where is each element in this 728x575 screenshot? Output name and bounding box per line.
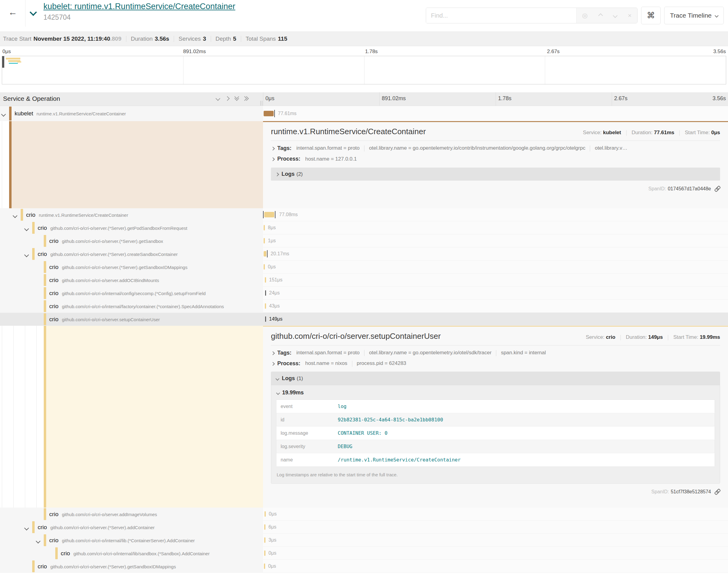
minimap-gridline	[545, 56, 545, 84]
span-duration-bar[interactable]	[265, 303, 266, 309]
service-name: crio	[49, 264, 59, 270]
tags-row[interactable]: Tags: internal.span.format = protootel.l…	[271, 350, 720, 356]
trace-title-link[interactable]: kubelet: runtime.v1.RuntimeService/Creat…	[43, 2, 235, 11]
span-duration-bar[interactable]	[264, 550, 265, 556]
span-color-strip	[44, 261, 46, 273]
span-row[interactable]: criogithub.com/cri-o/cri-o/internal/fact…	[0, 300, 728, 313]
find-next-icon[interactable]	[613, 13, 618, 18]
log-entry-timestamp[interactable]: 19.99ms	[276, 385, 715, 400]
trace-minimap[interactable]	[2, 56, 726, 84]
service-name: crio	[49, 277, 59, 283]
divider	[680, 130, 680, 136]
operation-name: github.com/cri-o/cri-o/internal/lib/sand…	[73, 551, 210, 556]
span-color-strip	[44, 508, 46, 520]
span-row[interactable]: criogithub.com/cri-o/cri-o/internal/conf…	[0, 286, 728, 300]
timeline-column-header: Service & Operation 0μs 891.02ms 1.78s 2…	[0, 92, 728, 106]
find-input[interactable]	[426, 8, 576, 23]
span-row[interactable]: criogithub.com/cri-o/cri-o/server.(*Serv…	[0, 521, 728, 534]
span-duration-bar[interactable]	[264, 212, 274, 217]
span-color-strip	[55, 547, 58, 559]
logs-accordion[interactable]: Logs (2)	[271, 168, 720, 181]
copy-link-icon[interactable]	[713, 488, 721, 496]
find-prev-icon[interactable]	[598, 13, 603, 18]
collapse-all-icon[interactable]	[235, 97, 238, 100]
span-duration-bar[interactable]	[264, 564, 265, 569]
span-duration-bar[interactable]	[264, 251, 266, 257]
expand-collapse-chevron-icon[interactable]	[13, 213, 17, 218]
log-field-value: log	[333, 400, 715, 413]
back-button[interactable]: ←	[5, 4, 21, 20]
minimap-tick-labels: 0μs 891.02ms 1.78s 2.67s 3.56s	[0, 48, 728, 55]
span-duration-bar[interactable]	[265, 290, 266, 296]
span-row[interactable]: criogithub.com/cri-o/cri-o/server.(*Serv…	[0, 261, 728, 274]
span-duration-label: 149μs	[269, 316, 283, 322]
column-resize-handle[interactable]	[260, 101, 262, 106]
keyboard-shortcuts-button[interactable]: ⌘	[641, 7, 661, 24]
detail-panel-left-gutter	[0, 326, 263, 508]
span-id-label: SpanID:	[652, 489, 669, 495]
total-spans-value: 115	[278, 36, 287, 42]
span-duration-bar[interactable]	[264, 111, 274, 116]
span-row[interactable]: criogithub.com/cri-o/cri-o/server.addOCI…	[0, 274, 728, 286]
expand-collapse-chevron-icon[interactable]	[36, 539, 40, 544]
operation-name: github.com/cri-o/cri-o/server.addOCIBind…	[62, 278, 159, 283]
tags-label: Tags:	[277, 145, 292, 151]
log-field-row: eventlog	[276, 400, 715, 413]
service-name: crio	[26, 212, 36, 218]
service-value: kubelet	[603, 130, 621, 135]
expand-collapse-chevron-icon[interactable]	[25, 252, 28, 258]
span-row[interactable]: criogithub.com/cri-o/cri-o/server.(*Serv…	[0, 560, 728, 573]
logs-accordion[interactable]: Logs (1)	[271, 372, 720, 385]
span-color-strip	[32, 222, 35, 234]
tag-item: otel.library.name = go.opentelemetry.io/…	[369, 350, 491, 356]
span-duration-bar[interactable]	[264, 264, 265, 270]
tags-row[interactable]: Tags: internal.span.format = protootel.l…	[271, 145, 720, 151]
process-row[interactable]: Process: host.name = 127.0.0.1	[271, 156, 720, 162]
chevron-right-icon	[271, 350, 274, 356]
span-duration-bar[interactable]	[264, 537, 265, 543]
operation-name: github.com/cri-o/cri-o/server.(*Server).…	[62, 239, 163, 244]
view-selector-label: Trace Timeline	[670, 12, 712, 19]
span-row[interactable]: crioruntime.v1.RuntimeService/CreateCont…	[0, 208, 728, 221]
tag-item: internal.span.format = proto	[296, 145, 360, 151]
operation-name: github.com/cri-o/cri-o/server.(*Server).…	[51, 252, 178, 257]
collapse-one-icon[interactable]	[216, 97, 220, 100]
copy-link-icon[interactable]	[713, 185, 721, 193]
span-row[interactable]: kubeletruntime.v1.RuntimeService/CreateC…	[0, 106, 728, 121]
view-selector-button[interactable]: Trace Timeline	[664, 7, 724, 24]
find-bar: ◎ ×	[426, 8, 637, 23]
minimap-scrubber[interactable]	[2, 56, 4, 68]
span-duration-bar[interactable]	[264, 225, 265, 230]
span-row[interactable]: criogithub.com/cri-o/cri-o/server.setupC…	[0, 313, 728, 326]
span-duration-bar[interactable]	[264, 238, 265, 243]
span-row[interactable]: criogithub.com/cri-o/cri-o/internal/lib.…	[0, 534, 728, 547]
span-duration-bar[interactable]	[265, 316, 266, 322]
services-label: Services	[178, 36, 201, 42]
span-row[interactable]: criogithub.com/cri-o/cri-o/server.(*Serv…	[0, 221, 728, 234]
expand-one-icon[interactable]	[226, 97, 229, 100]
span-duration-bar[interactable]	[265, 277, 266, 283]
span-duration-bar[interactable]	[265, 511, 266, 517]
span-row[interactable]: criogithub.com/cri-o/cri-o/server.addIma…	[0, 508, 728, 521]
span-row[interactable]: criogithub.com/cri-o/cri-o/server.(*Serv…	[0, 234, 728, 247]
find-clear-icon[interactable]: ×	[628, 12, 631, 19]
span-duration-bar[interactable]	[264, 524, 265, 530]
span-row[interactable]: criogithub.com/cri-o/cri-o/internal/lib/…	[0, 547, 728, 560]
locate-icon[interactable]: ◎	[582, 12, 587, 19]
tag-item: otel.library.v…	[595, 145, 627, 151]
expand-collapse-chevron-icon[interactable]	[25, 226, 28, 232]
trace-start-ms: .809	[110, 36, 122, 42]
collapse-trace-icon[interactable]	[31, 10, 36, 16]
span-boundary-tick	[263, 211, 264, 218]
span-row[interactable]: criogithub.com/cri-o/cri-o/server.(*Serv…	[0, 247, 728, 261]
expand-collapse-chevron-icon[interactable]	[2, 112, 5, 117]
divider	[621, 335, 621, 340]
expand-all-icon[interactable]	[244, 97, 248, 100]
duration-value: 3.56s	[155, 36, 169, 42]
expand-collapse-chevron-icon[interactable]	[25, 526, 28, 531]
span-duration-label: 3μs	[268, 537, 276, 543]
span-rows-block: crioruntime.v1.RuntimeService/CreateCont…	[0, 208, 728, 326]
log-timestamps-note: Log timestamps are relative to the start…	[277, 472, 714, 477]
process-row[interactable]: Process: host.name = nixosprocess.pid = …	[271, 360, 720, 367]
log-fields-table: eventlogid92b82381-025c-4a64-815c-ba2e1b…	[276, 400, 715, 467]
